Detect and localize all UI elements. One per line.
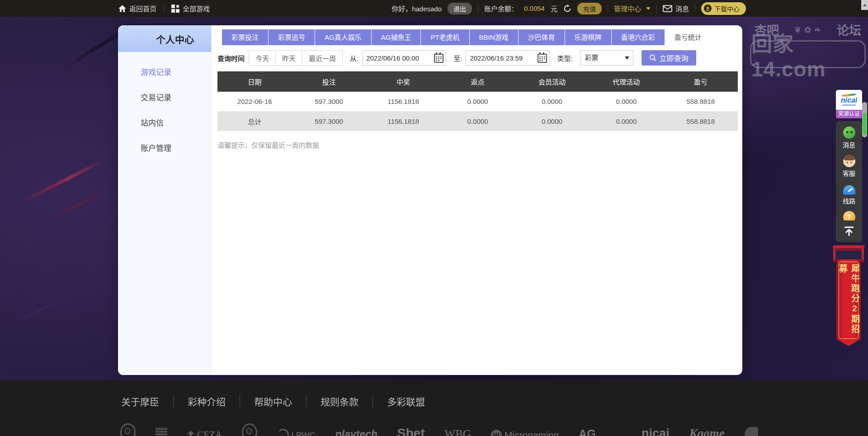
tab-bbin[interactable]: BBIN游戏 xyxy=(470,29,518,45)
background-streak xyxy=(8,291,79,326)
scrollbar-indicator xyxy=(863,113,866,135)
partner-logo-nicai: nicai xyxy=(642,427,670,436)
chat-bubble-icon xyxy=(843,127,855,139)
float-item-lines[interactable]: 线路 xyxy=(836,180,862,208)
query-toolbar: 查询时间 今天 昨天 最近一周 从: 至: 类型: 彩票 xyxy=(217,50,738,66)
col-win: 中奖 xyxy=(366,71,440,92)
customer-service-icon xyxy=(843,155,855,167)
sidebar: 个人中心 游戏记录 交易记录 站内信 账户管理 xyxy=(118,25,212,375)
home-button[interactable]: 返回首页 xyxy=(118,4,156,13)
sidebar-header: 个人中心 xyxy=(118,25,211,52)
col-profit: 盈亏 xyxy=(664,71,738,92)
sidebar-item-site-mail[interactable]: 站内信 xyxy=(118,111,211,136)
scrollbar-up-arrow[interactable] xyxy=(861,0,868,10)
tab-saba-sports[interactable]: 沙巴体育 xyxy=(519,29,565,45)
footer-link-rules[interactable]: 规则条款 xyxy=(307,394,373,408)
nicai-logo: nicai xyxy=(836,90,862,110)
to-label: 至: xyxy=(453,53,462,63)
partner-logo-wbg: WBG xyxy=(445,428,471,436)
calendar-icon[interactable] xyxy=(434,54,443,63)
background-streak xyxy=(21,159,103,203)
flourish-icon xyxy=(794,25,821,35)
col-date: 日期 xyxy=(217,71,292,92)
promo-ribbon-banner[interactable]: 犀牛跑分2期招募 xyxy=(836,245,861,346)
col-bet: 投注 xyxy=(292,71,366,92)
quick-lastweek-button[interactable]: 最近一周 xyxy=(302,50,343,66)
partner-crest-icon xyxy=(242,423,257,436)
microgaming-icon xyxy=(491,430,502,436)
content-area: 彩票投注 彩票追号 AG真人娱乐 AG捕鱼王 PT老虎机 BBIN游戏 沙巴体育… xyxy=(212,25,742,375)
divider xyxy=(695,5,695,13)
watermark-domain: 回家14.com xyxy=(750,40,866,68)
chevron-down-icon xyxy=(646,7,651,12)
sidebar-item-game-records[interactable]: 游戏记录 xyxy=(118,60,211,85)
balance-value: 0.0054 xyxy=(524,5,545,12)
logout-button[interactable]: 退出 xyxy=(448,3,472,14)
main-panel: 个人中心 游戏记录 交易记录 站内信 账户管理 彩票投注 彩票追号 AG真人娱乐… xyxy=(118,25,742,375)
ribbon-body: 犀牛跑分2期招募 xyxy=(836,259,861,346)
grid-icon xyxy=(171,5,179,13)
col-member-activity: 会员活动 xyxy=(515,71,589,92)
partner-logo-kgame: Kgame xyxy=(689,427,725,436)
partner-logo-microgaming: Microgaming xyxy=(491,430,559,436)
from-label: 从: xyxy=(350,53,359,63)
cert-label: 奖源认证 xyxy=(836,110,862,118)
table-row: 2022-06-16 597.3000 1156.1818 0.0000 0.0… xyxy=(217,92,738,112)
messages-button[interactable]: 消息 xyxy=(663,4,689,13)
footer-link-alliance[interactable]: 多彩联盟 xyxy=(373,394,439,408)
divider xyxy=(478,5,478,13)
table-header-row: 日期 投注 中奖 返点 会员活动 代理活动 盈亏 xyxy=(217,71,738,92)
cert-widget[interactable]: nicai 奖源认证 xyxy=(836,90,862,118)
palm-icon xyxy=(187,431,194,436)
calendar-icon[interactable] xyxy=(538,54,547,63)
back-to-top-icon xyxy=(843,226,855,237)
type-select[interactable]: 彩票 xyxy=(580,50,633,66)
download-icon xyxy=(704,5,712,12)
partner-seal-icon xyxy=(156,427,167,436)
top-bar: 返回首页 全部游戏 你好，hadesado 退出 账户余额： 0.0054 元 … xyxy=(0,0,868,17)
divider xyxy=(164,5,164,13)
profit-table: 日期 投注 中奖 返点 会员活动 代理活动 盈亏 2022-06-16 597.… xyxy=(217,71,738,131)
float-item-customer-service[interactable]: 客服 xyxy=(836,152,862,180)
sidebar-item-account-management[interactable]: 账户管理 xyxy=(118,136,211,161)
partner-logo-lrwc: LRWC xyxy=(277,429,316,436)
envelope-icon xyxy=(663,5,672,12)
footer-link-help-center[interactable]: 帮助中心 xyxy=(240,394,307,408)
recharge-button[interactable]: 充值 xyxy=(577,3,602,14)
search-button[interactable]: 立即查询 xyxy=(642,50,696,66)
table-total-row: 总计 597.3000 1156.1818 0.0000 0.0000 0.00… xyxy=(217,112,738,131)
divider xyxy=(656,5,657,13)
search-icon xyxy=(649,54,656,61)
admin-center-menu[interactable]: 管理中心 xyxy=(614,4,651,13)
partner-logos: CEZA LRWC playtech Sbet WBG Microgaming … xyxy=(120,423,758,436)
footer-link-about[interactable]: 关于摩臣 xyxy=(121,394,174,408)
tab-ag-live[interactable]: AG真人娱乐 xyxy=(315,29,371,45)
tab-profit-statistics[interactable]: 盈亏统计 xyxy=(665,29,711,45)
watermark-right-text: 论坛 xyxy=(837,21,861,38)
refresh-icon[interactable] xyxy=(563,5,571,13)
ribbon-text: 犀牛跑分2期招募 xyxy=(836,264,861,338)
download-center-button[interactable]: 下载中心 xyxy=(701,2,746,15)
tab-ag-fishing[interactable]: AG捕鱼王 xyxy=(372,29,421,45)
all-games-button[interactable]: 全部游戏 xyxy=(171,4,210,13)
tab-bar: 彩票投注 彩票追号 AG真人娱乐 AG捕鱼王 PT老虎机 BBIN游戏 沙巴体育… xyxy=(222,29,738,45)
partner-logo-sbet: Sbet xyxy=(397,426,425,436)
footer-link-lottery-intro[interactable]: 彩种介绍 xyxy=(174,394,240,408)
sidebar-item-transaction-records[interactable]: 交易记录 xyxy=(118,85,211,111)
tab-hk-lottery[interactable]: 香港六合彩 xyxy=(612,29,665,45)
type-label: 类型: xyxy=(557,53,572,63)
back-to-top-button[interactable] xyxy=(836,220,862,242)
tab-leyou-chess[interactable]: 乐游棋牌 xyxy=(565,29,611,45)
tab-pt-slots[interactable]: PT老虎机 xyxy=(421,29,469,45)
partner-leaf-icon xyxy=(745,427,758,436)
avatar xyxy=(135,31,151,47)
float-item-messages[interactable]: 消息 xyxy=(836,123,862,152)
partner-logo-ceza: CEZA xyxy=(187,429,222,436)
tab-lottery-bet[interactable]: 彩票投注 xyxy=(222,29,268,45)
swirl-icon xyxy=(277,429,289,436)
tab-lottery-chase[interactable]: 彩票追号 xyxy=(269,29,315,45)
home-icon xyxy=(118,5,126,12)
quick-yesterday-button[interactable]: 昨天 xyxy=(275,50,302,66)
balance-unit: 元 xyxy=(551,4,557,13)
quick-today-button[interactable]: 今天 xyxy=(249,50,276,66)
